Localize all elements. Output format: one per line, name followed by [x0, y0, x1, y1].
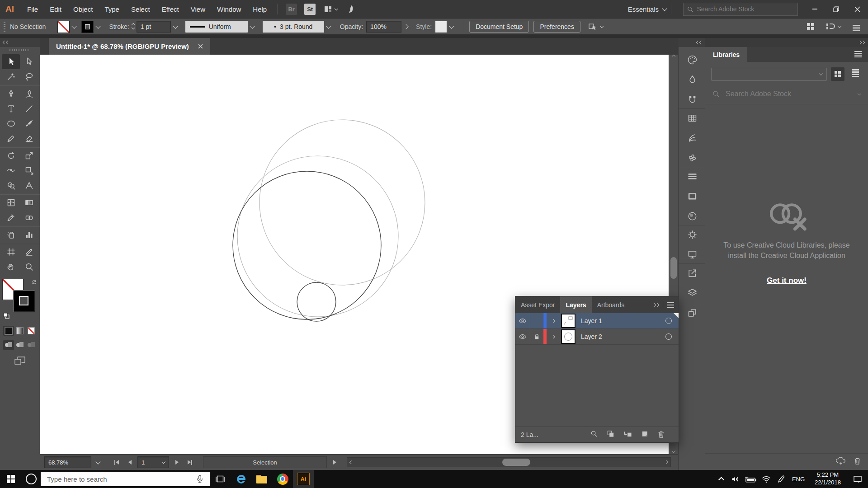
- start-button[interactable]: [0, 470, 22, 488]
- fill-swatch[interactable]: [57, 21, 70, 33]
- export-panel-icon[interactable]: [686, 267, 698, 279]
- pen-tool[interactable]: [2, 86, 20, 101]
- lasso-tool[interactable]: [20, 69, 38, 84]
- gradient-mode-button[interactable]: [14, 326, 25, 336]
- stock-search-input[interactable]: [696, 5, 794, 13]
- magic-wand-tool[interactable]: [2, 69, 20, 84]
- delete-layer-icon[interactable]: [657, 430, 665, 440]
- vertical-scroll-thumb[interactable]: [670, 257, 677, 279]
- get-it-now-link[interactable]: Get it now!: [767, 276, 807, 285]
- first-artboard-button[interactable]: [111, 457, 122, 468]
- stroke-panel-link[interactable]: Stroke:: [109, 23, 129, 30]
- style-swatch[interactable]: [435, 21, 447, 33]
- hidden-icons-chevron[interactable]: [714, 470, 728, 488]
- tab-artboards[interactable]: Artboards: [592, 296, 630, 313]
- gradient-panel-icon[interactable]: [686, 210, 698, 222]
- hand-tool[interactable]: [2, 259, 20, 274]
- free-transform-tool[interactable]: [20, 163, 38, 178]
- artboard-number-field[interactable]: 1: [137, 456, 169, 468]
- style-dropdown[interactable]: [447, 21, 456, 33]
- stroke-weight-dropdown[interactable]: [171, 21, 180, 33]
- volume-icon[interactable]: [728, 470, 742, 488]
- controlbar-menu-icon[interactable]: [853, 27, 860, 28]
- none-mode-button[interactable]: [26, 326, 37, 336]
- color-panel-icon[interactable]: [686, 54, 698, 66]
- last-artboard-button[interactable]: [184, 457, 195, 468]
- draw-inside-button[interactable]: [26, 340, 37, 350]
- stroke-swatch[interactable]: [81, 21, 94, 33]
- layers-menu-icon[interactable]: [667, 305, 674, 305]
- libraries-search-row[interactable]: [705, 85, 868, 104]
- default-fill-stroke-icon[interactable]: [3, 312, 10, 321]
- panel-expand-icon[interactable]: [653, 304, 659, 306]
- previous-artboard-button[interactable]: [124, 457, 135, 468]
- layer-thumbnail[interactable]: [560, 313, 576, 328]
- workspace-switcher[interactable]: Essentials: [628, 5, 666, 13]
- swatches-panel-icon[interactable]: [686, 94, 698, 105]
- taskbar-search-input[interactable]: [46, 475, 192, 483]
- screen-mode-button[interactable]: [0, 356, 40, 366]
- document-close-icon[interactable]: [198, 44, 203, 49]
- opacity-field[interactable]: 100%: [366, 21, 401, 33]
- scroll-up-icon[interactable]: [672, 55, 675, 58]
- artboards-panel-panel-icon[interactable]: [686, 190, 698, 202]
- stock-icon[interactable]: St: [304, 4, 316, 15]
- brushes-panel-icon[interactable]: [686, 132, 698, 144]
- line-segment-tool[interactable]: [20, 101, 38, 116]
- swap-fill-stroke-icon[interactable]: [31, 279, 37, 287]
- lock-toggle[interactable]: [530, 329, 543, 344]
- menu-item-help[interactable]: Help: [247, 5, 273, 13]
- width-profile-dropdown[interactable]: [248, 21, 257, 33]
- gradient-tool[interactable]: [20, 195, 38, 210]
- slice-tool[interactable]: [20, 244, 38, 259]
- illustrator-taskbar-icon[interactable]: Ai: [293, 470, 314, 488]
- pattern-panel-icon[interactable]: [686, 112, 698, 124]
- type-tool[interactable]: [2, 101, 20, 116]
- bridge-icon[interactable]: Br: [286, 4, 297, 15]
- preferences-button[interactable]: Preferences: [533, 21, 580, 33]
- brush-definition-dropdown[interactable]: [324, 21, 333, 33]
- edge-icon[interactable]: [231, 470, 251, 488]
- clipping-mask-icon[interactable]: [607, 430, 615, 439]
- draw-normal-button[interactable]: [3, 340, 14, 350]
- arrange-panel-icon[interactable]: [686, 307, 698, 319]
- next-artboard-button[interactable]: [171, 457, 182, 468]
- rotate-tool[interactable]: [2, 148, 20, 163]
- stroke-weight-field[interactable]: 1 pt: [137, 21, 171, 33]
- pencil-tool[interactable]: [2, 131, 20, 146]
- taskbar-search-box[interactable]: [41, 472, 210, 486]
- language-indicator[interactable]: ENG: [788, 470, 808, 488]
- layer-row-layer-2[interactable]: Layer 2: [515, 329, 679, 345]
- zoom-dropdown[interactable]: [94, 456, 103, 468]
- draw-behind-button[interactable]: [14, 340, 25, 350]
- libraries-collapse-header[interactable]: [705, 38, 868, 47]
- dock-arrangement-icon[interactable]: [826, 23, 841, 30]
- close-button[interactable]: [847, 0, 868, 18]
- symbol-sprayer-tool[interactable]: [2, 227, 20, 242]
- stroke-weight-stepper[interactable]: [132, 25, 135, 29]
- mesh-tool[interactable]: [2, 195, 20, 210]
- brush-definition-select[interactable]: • 3 pt. Round: [263, 21, 324, 33]
- style-panel-link[interactable]: Style:: [416, 23, 432, 30]
- horizontal-scroll-thumb[interactable]: [502, 459, 530, 466]
- stroke-color-control[interactable]: [14, 291, 35, 312]
- perspective-grid-tool[interactable]: [20, 178, 38, 193]
- eyedropper-tool[interactable]: [2, 210, 20, 225]
- new-layer-icon[interactable]: [641, 430, 649, 439]
- scroll-down-icon[interactable]: [672, 449, 675, 453]
- layer-row-layer-1[interactable]: Layer 1: [515, 313, 679, 329]
- width-tool[interactable]: [2, 163, 20, 178]
- layer-name[interactable]: Layer 2: [576, 333, 659, 340]
- grid-view-button[interactable]: [831, 67, 844, 81]
- symbols-panel-icon[interactable]: [686, 152, 698, 164]
- document-setup-button[interactable]: Document Setup: [469, 21, 529, 33]
- pen-settings-icon[interactable]: [774, 470, 788, 488]
- column-graph-tool[interactable]: [20, 227, 38, 242]
- battery-icon[interactable]: [742, 470, 759, 488]
- tools-panel-grip[interactable]: [0, 47, 40, 53]
- zoom-field[interactable]: 68.78%: [44, 456, 91, 468]
- scroll-left-icon[interactable]: [349, 460, 353, 464]
- shape-builder-tool[interactable]: [2, 178, 20, 193]
- search-scope-dropdown[interactable]: [858, 91, 861, 95]
- status-popup-arrow[interactable]: [329, 457, 340, 468]
